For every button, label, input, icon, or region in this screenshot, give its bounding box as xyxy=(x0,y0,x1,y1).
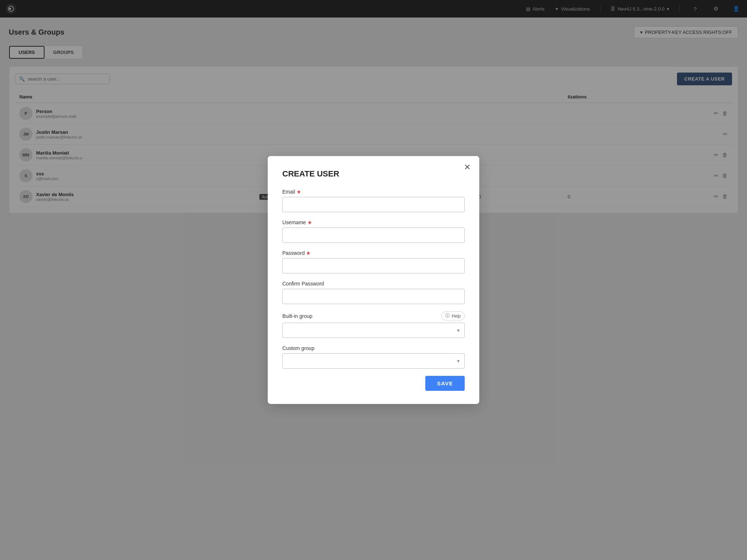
confirm-password-input[interactable] xyxy=(282,289,465,304)
help-button[interactable]: ⓘ Help xyxy=(441,311,465,320)
username-label: Username ★ xyxy=(282,219,465,225)
built-in-group-row: Built-in group ⓘ Help xyxy=(282,311,465,320)
confirm-password-label: Confirm Password xyxy=(282,281,465,287)
modal-footer: SAVE xyxy=(282,376,465,391)
email-label: Email ★ xyxy=(282,189,465,195)
username-input[interactable] xyxy=(282,228,465,243)
modal-title: CREATE USER xyxy=(282,169,465,179)
custom-group-select-wrapper: ▾ xyxy=(282,353,465,369)
email-field-group: Email ★ xyxy=(282,189,465,212)
required-indicator: ★ xyxy=(306,250,311,256)
custom-group-select[interactable] xyxy=(282,353,465,369)
custom-group-field-group: Custom group ▾ xyxy=(282,345,465,369)
custom-group-label: Custom group xyxy=(282,345,465,351)
email-input[interactable] xyxy=(282,197,465,212)
help-circle-icon: ⓘ xyxy=(445,313,450,319)
save-button[interactable]: SAVE xyxy=(425,376,465,391)
password-field-group: Password ★ xyxy=(282,250,465,273)
username-field-group: Username ★ xyxy=(282,219,465,243)
modal-overlay: CREATE USER ✕ Email ★ Username ★ xyxy=(0,0,747,560)
main-content: Users & Groups ▾ PROPERTY-KEY ACCESS RIG… xyxy=(0,18,747,560)
built-in-group-select[interactable] xyxy=(282,323,465,338)
modal-close-button[interactable]: ✕ xyxy=(464,163,471,171)
confirm-password-field-group: Confirm Password xyxy=(282,281,465,304)
password-label: Password ★ xyxy=(282,250,465,256)
close-icon: ✕ xyxy=(464,163,471,172)
built-in-group-select-wrapper: ▾ xyxy=(282,323,465,338)
built-in-group-field-group: Built-in group ⓘ Help ▾ xyxy=(282,311,465,338)
create-user-modal: CREATE USER ✕ Email ★ Username ★ xyxy=(268,156,479,404)
password-input[interactable] xyxy=(282,258,465,273)
required-indicator: ★ xyxy=(297,189,301,195)
built-in-group-label: Built-in group xyxy=(282,313,313,319)
required-indicator: ★ xyxy=(307,219,312,225)
